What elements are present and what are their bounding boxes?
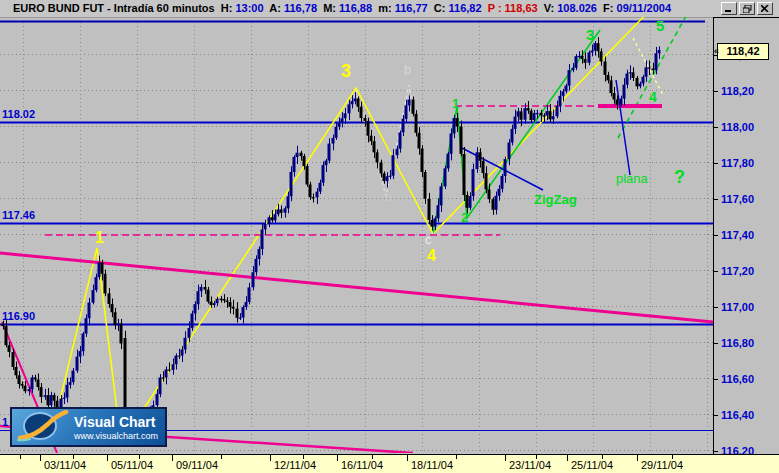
date-tickmark (73, 455, 74, 459)
title-segment: A: (264, 2, 284, 14)
date-tickmark (637, 455, 638, 461)
title-segment: H: (215, 2, 236, 14)
price-tickmark (714, 91, 718, 92)
wave-label-3: 3 (586, 27, 594, 42)
date-label: 23/11/04 (509, 460, 551, 471)
level-label-118.02: 118.02 (2, 109, 35, 120)
wave-label-b: b (404, 63, 411, 76)
price-tickmark (714, 199, 718, 200)
level-label-117.46: 117.46 (2, 210, 35, 221)
date-tickmark (172, 455, 173, 461)
price-marker-arrow: « (714, 47, 719, 56)
price-tick-label: 116,40 (721, 410, 754, 421)
date-tickmark (407, 455, 408, 461)
wave-label-?: ? (674, 168, 685, 186)
wave-label-a: a (385, 190, 392, 203)
price-tickmark (714, 451, 718, 452)
wave-label-1: 1 (95, 230, 104, 246)
date-label: 03/11/04 (44, 460, 86, 471)
chart-title: EURO BUND FUT - Intradía 60 minutos H: 1… (13, 2, 671, 14)
chart-plot-area[interactable]: 134abc12354ZigZagplana?118.02117.46116.9… (0, 17, 713, 453)
candlestick-chart[interactable] (0, 17, 713, 453)
date-label: 25/11/04 (571, 460, 613, 471)
date-tickmark (303, 455, 304, 459)
price-axis[interactable]: 118,40118,20118,00117,80117,60117,40117,… (713, 17, 779, 454)
price-tick-label: 118,20 (721, 86, 754, 97)
date-tickmark (40, 455, 41, 461)
title-segment: m: (372, 2, 395, 14)
close-icon (761, 5, 769, 12)
wave-label-4: 4 (649, 90, 657, 104)
wave-label-1: 1 (452, 97, 459, 110)
date-tickmark (536, 455, 537, 459)
price-tick-label: 117,80 (721, 158, 754, 169)
date-label: 12/11/04 (274, 460, 316, 471)
level-label-116.90: 116.90 (2, 311, 35, 322)
date-tickmark (20, 455, 21, 459)
price-tickmark (714, 415, 718, 416)
date-tickmark (139, 455, 140, 459)
price-tick-label: 118,00 (721, 122, 754, 133)
logo-url: www.visualchart.com (74, 431, 158, 441)
price-tick-label: 117,20 (721, 266, 754, 277)
price-tickmark (714, 235, 718, 236)
date-tickmark (567, 455, 568, 461)
price-tickmark (714, 343, 718, 344)
date-tickmark (456, 455, 457, 459)
price-tickmark (714, 127, 718, 128)
yellow-wave-zigzag[interactable] (60, 17, 650, 443)
title-segment: 13:00 (235, 2, 263, 14)
minimize-icon (725, 5, 733, 12)
title-segment: 118,63 (505, 2, 538, 14)
date-label: 29/11/04 (641, 460, 683, 471)
restore-icon (743, 5, 752, 13)
price-tick-label: 117,00 (721, 302, 754, 313)
magenta-main-trendline[interactable] (0, 253, 713, 322)
date-tickmark (672, 455, 673, 459)
minimize-button[interactable] (721, 2, 737, 15)
price-tick-label: 117,40 (721, 230, 754, 241)
close-button[interactable] (757, 2, 773, 15)
date-tickmark (270, 455, 271, 461)
current-price-tag: 118,42« (717, 43, 769, 60)
title-segment: 09/11/2004 (617, 2, 671, 14)
date-label: 09/11/04 (176, 460, 218, 471)
price-tickmark (714, 271, 718, 272)
title-segment: 108.026 (557, 2, 597, 14)
level-label-1: 1 (2, 417, 8, 428)
price-tickmark (714, 163, 718, 164)
title-segment: 116,77 (395, 2, 428, 14)
gridlines (0, 22, 713, 453)
logo-title: Visual Chart (74, 414, 155, 430)
price-tick-label: 116,80 (721, 338, 754, 349)
green-wave5-projection[interactable] (618, 17, 695, 138)
wave-label-2: 2 (461, 211, 468, 224)
visualchart-logo-icon (16, 410, 72, 442)
window-titlebar: EURO BUND FUT - Intradía 60 minutos H: 1… (0, 0, 779, 18)
price-tick-label: 117,60 (721, 194, 754, 205)
date-label: 05/11/04 (111, 460, 153, 471)
restore-button[interactable] (739, 2, 755, 15)
date-tickmark (337, 455, 338, 461)
visualchart-logo: Visual Chart www.visualchart.com (10, 407, 167, 447)
wave-label-plana: plana (616, 172, 648, 185)
horizontal-level-lines[interactable] (0, 123, 713, 431)
date-tickmark (602, 455, 603, 459)
date-label: 18/11/04 (411, 460, 453, 471)
price-tickmark (714, 307, 718, 308)
title-segment: V: (538, 2, 558, 14)
title-segment: C: (428, 2, 449, 14)
price-tickmark (714, 379, 718, 380)
date-label: 16/11/04 (341, 460, 383, 471)
date-axis[interactable]: 03/11/0405/11/0409/11/0412/11/0416/11/04… (0, 454, 779, 473)
price-tick-label: 116,60 (721, 374, 754, 385)
trendlines[interactable] (0, 17, 713, 453)
title-segment: P : (482, 2, 505, 14)
title-segment: M: (317, 2, 339, 14)
title-segment: 116,78 (284, 2, 317, 14)
wave-label-zigzag: ZigZag (534, 193, 577, 206)
wave-label-5: 5 (656, 18, 664, 33)
title-segment: 116,82 (449, 2, 482, 14)
window-controls (721, 2, 773, 15)
wave-label-3: 3 (341, 62, 351, 80)
